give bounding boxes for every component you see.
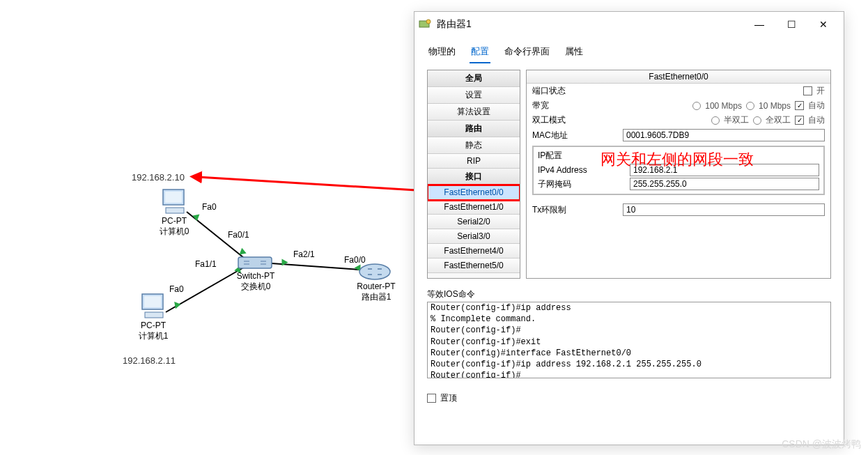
sidebar-item-static[interactable]: 静态 bbox=[428, 137, 520, 154]
minimize-button[interactable]: — bbox=[743, 14, 775, 35]
sidebar-header-routing[interactable]: 路由 bbox=[428, 121, 520, 137]
bandwidth-radio-100[interactable] bbox=[692, 102, 701, 110]
pc1-ip-label: 192.168.2.11 bbox=[123, 355, 176, 366]
switch0-label: Switch-PT 交换机0 bbox=[231, 271, 280, 293]
svg-rect-7 bbox=[144, 296, 161, 307]
panel-title: FastEthernet0/0 bbox=[527, 70, 830, 84]
sidebar-header-global[interactable]: 全局 bbox=[428, 70, 520, 87]
tab-config[interactable]: 配置 bbox=[470, 41, 490, 63]
mac-input[interactable] bbox=[623, 129, 825, 141]
txring-input[interactable] bbox=[623, 203, 825, 216]
mask-label: 子网掩码 bbox=[538, 178, 630, 190]
svg-rect-5 bbox=[166, 208, 184, 213]
port-status-label: 端口状态 bbox=[532, 85, 623, 97]
maximize-button[interactable]: ☐ bbox=[775, 14, 807, 35]
close-button[interactable]: ✕ bbox=[807, 14, 839, 35]
pc1-label: PC-PT 计算机1 bbox=[136, 321, 171, 342]
router1-icon[interactable] bbox=[358, 262, 392, 284]
pc0-icon[interactable] bbox=[160, 187, 189, 218]
mac-label: MAC地址 bbox=[532, 130, 623, 141]
ios-label: 等效IOS命令 bbox=[427, 288, 831, 300]
duplex-radio-half[interactable] bbox=[711, 116, 720, 125]
port-status-on: 开 bbox=[816, 85, 825, 97]
duplex-auto-checkbox[interactable]: ✓ bbox=[795, 116, 804, 125]
router1-label: Router-PT 路由器1 bbox=[355, 282, 397, 303]
router-config-dialog: 路由器1 — ☐ ✕ 物理的 配置 命令行界面 属性 全局 设置 算法设置 路由… bbox=[414, 11, 844, 445]
pc1-port-label: Fa0 bbox=[169, 284, 184, 294]
switch0-icon[interactable] bbox=[237, 254, 273, 273]
tab-cli[interactable]: 命令行界面 bbox=[503, 41, 551, 63]
txring-label: Tx环限制 bbox=[532, 204, 623, 216]
tab-attributes[interactable]: 属性 bbox=[564, 41, 584, 63]
bandwidth-label: 带宽 bbox=[532, 100, 623, 111]
sidebar-item-fe00[interactable]: FastEthernet0/0 bbox=[428, 185, 520, 200]
annotation-text: 网关和左侧的网段一致 bbox=[600, 149, 754, 170]
sidebar-item-se20[interactable]: Serial2/0 bbox=[428, 215, 520, 229]
app-icon bbox=[419, 18, 431, 31]
sidebar-item-algo[interactable]: 算法设置 bbox=[428, 104, 520, 121]
svg-point-10 bbox=[359, 264, 390, 279]
svg-rect-8 bbox=[145, 312, 163, 318]
svg-rect-9 bbox=[238, 257, 272, 268]
bandwidth-radio-10[interactable] bbox=[746, 102, 754, 110]
duplex-label: 双工模式 bbox=[532, 114, 623, 126]
sidebar-item-fe40[interactable]: FastEthernet4/0 bbox=[428, 244, 520, 259]
pc0-ip-label: 192.168.2.10 bbox=[132, 172, 185, 183]
pc0-label: PC-PT 计算机0 bbox=[157, 216, 192, 238]
mask-input[interactable] bbox=[630, 178, 819, 190]
watermark: CSDN @波波烤鸭 bbox=[782, 438, 861, 451]
svg-line-12 bbox=[198, 177, 417, 190]
ios-output[interactable]: Router(config-if)#ip address % Incomplet… bbox=[427, 302, 831, 378]
pc0-port-label: Fa0 bbox=[202, 202, 217, 212]
switch-port-fa21: Fa2/1 bbox=[293, 249, 315, 259]
sidebar-item-fe10[interactable]: FastEthernet1/0 bbox=[428, 200, 520, 215]
bandwidth-auto-checkbox[interactable]: ✓ bbox=[795, 101, 804, 110]
sidebar-item-fe50[interactable]: FastEthernet5/0 bbox=[428, 259, 520, 273]
config-panel: FastEthernet0/0 端口状态 开 带宽 100 Mbps 10 Mb… bbox=[526, 70, 831, 279]
switch-port-fa11: Fa1/1 bbox=[195, 259, 217, 269]
pin-top-checkbox[interactable] bbox=[427, 394, 436, 403]
tabs: 物理的 配置 命令行界面 属性 bbox=[414, 37, 844, 64]
titlebar[interactable]: 路由器1 — ☐ ✕ bbox=[414, 12, 844, 37]
sidebar-header-interface[interactable]: 接口 bbox=[428, 169, 520, 185]
config-sidebar: 全局 设置 算法设置 路由 静态 RIP 接口 FastEthernet0/0 … bbox=[427, 70, 520, 279]
sidebar-item-settings[interactable]: 设置 bbox=[428, 87, 520, 104]
switch-port-fa01: Fa0/1 bbox=[228, 230, 249, 240]
svg-rect-4 bbox=[165, 192, 182, 203]
port-status-checkbox[interactable] bbox=[803, 86, 812, 95]
sidebar-item-rip[interactable]: RIP bbox=[428, 154, 520, 169]
svg-point-14 bbox=[426, 20, 431, 24]
pin-top-label: 置顶 bbox=[440, 392, 457, 404]
window-title: 路由器1 bbox=[437, 18, 743, 31]
pc1-icon[interactable] bbox=[139, 291, 169, 323]
tab-physical[interactable]: 物理的 bbox=[427, 41, 457, 63]
sidebar-item-se30[interactable]: Serial3/0 bbox=[428, 229, 520, 244]
duplex-radio-full[interactable] bbox=[753, 116, 761, 125]
